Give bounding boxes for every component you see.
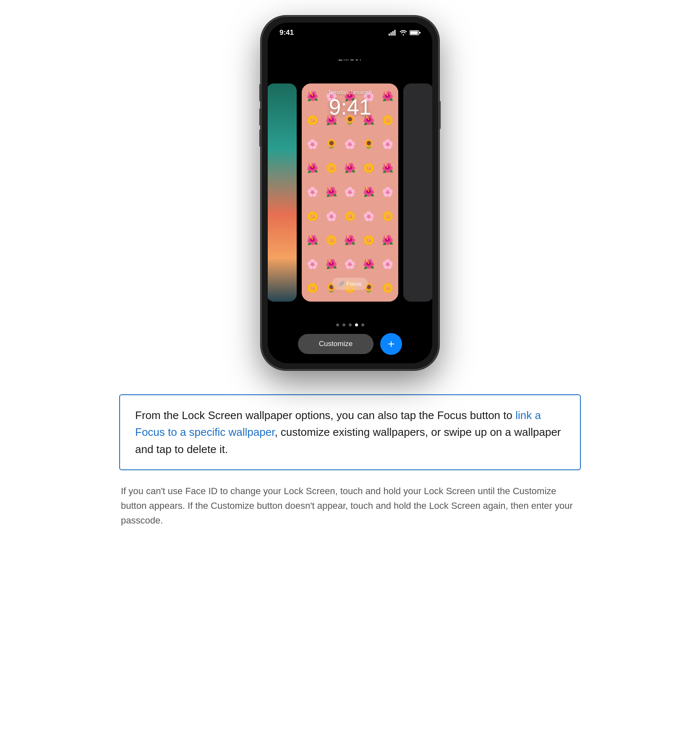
wallpaper-right-preview bbox=[403, 83, 432, 302]
lock-date: Tuesday, January 9 bbox=[307, 89, 393, 95]
flower-cell: 🌻 bbox=[322, 133, 340, 156]
wallpaper-carousel[interactable]: 🌺🌸🌺🌸🌺🌼🌺🌻🌺🌼🌸🌻🌸🌻🌸🌺🌼🌺🌼🌺🌸🌺🌸🌺🌸🌼🌸🌼🌸🌼🌺🌼🌺🌼🌺🌸🌺🌸🌺🌸… bbox=[268, 65, 432, 319]
content-area: From the Lock Screen wallpaper options, … bbox=[119, 394, 581, 528]
flower-cell: 🌻 bbox=[360, 133, 378, 156]
battery-icon bbox=[410, 30, 421, 36]
svg-rect-0 bbox=[389, 34, 390, 36]
flower-cell: 🌼 bbox=[303, 276, 321, 300]
flower-cell: 🌼 bbox=[379, 276, 397, 300]
flower-cell: 🌸 bbox=[303, 181, 321, 204]
lock-time: 9:41 bbox=[307, 95, 393, 119]
svg-rect-1 bbox=[391, 32, 392, 36]
flower-cell: 🌺 bbox=[322, 253, 340, 276]
flower-cell: 🌼 bbox=[322, 157, 340, 180]
flower-cell: 🌺 bbox=[303, 157, 321, 180]
svg-rect-6 bbox=[419, 32, 421, 34]
status-bar: 9:41 bbox=[268, 23, 432, 39]
flower-cell: 🌺 bbox=[341, 229, 359, 252]
focus-button-label: Focus bbox=[347, 281, 361, 287]
dot-1 bbox=[336, 323, 339, 326]
flower-cell: 🌸 bbox=[379, 253, 397, 276]
phone-bottom-bar: Customize + bbox=[268, 330, 432, 363]
lock-screen-overlay: Tuesday, January 9 9:41 bbox=[302, 83, 398, 119]
status-time: 9:41 bbox=[279, 29, 294, 37]
wifi-icon bbox=[400, 30, 407, 36]
phone-inner: 9:41 bbox=[268, 23, 432, 363]
flower-cell: 🌼 bbox=[322, 229, 340, 252]
flower-cell: 🌼 bbox=[303, 205, 321, 228]
flower-cell: 🌼 bbox=[360, 157, 378, 180]
flower-cell: 🌼 bbox=[360, 229, 378, 252]
highlight-text-before: From the Lock Screen wallpaper options, … bbox=[135, 409, 515, 422]
wallpaper-left-preview bbox=[268, 83, 297, 302]
flower-cell: 🌸 bbox=[341, 133, 359, 156]
svg-rect-2 bbox=[392, 31, 394, 36]
flower-cell: 🌸 bbox=[322, 205, 340, 228]
flower-cell: 🌼 bbox=[341, 205, 359, 228]
dot-3 bbox=[349, 323, 352, 326]
phone-area: 9:41 bbox=[34, 17, 666, 369]
signal-icon bbox=[389, 30, 397, 36]
flower-cell: 🌺 bbox=[341, 157, 359, 180]
dot-2 bbox=[342, 323, 345, 326]
focus-button[interactable]: 🔗 Focus bbox=[332, 278, 368, 290]
flower-cell: 🌼 bbox=[379, 205, 397, 228]
flower-cell: 🌸 bbox=[341, 253, 359, 276]
highlight-paragraph-box: From the Lock Screen wallpaper options, … bbox=[119, 394, 581, 470]
link-icon: 🔗 bbox=[339, 281, 345, 287]
svg-rect-3 bbox=[394, 30, 396, 36]
dynamic-island bbox=[324, 44, 376, 60]
flower-cell: 🌸 bbox=[303, 253, 321, 276]
flower-cell: 🌸 bbox=[360, 205, 378, 228]
wallpaper-content: 🌺🌸🌺🌸🌺🌼🌺🌻🌺🌼🌸🌻🌸🌻🌸🌺🌼🌺🌼🌺🌸🌺🌸🌺🌸🌼🌸🌼🌸🌼🌺🌼🌺🌼🌺🌸🌺🌸🌺🌸… bbox=[302, 83, 398, 302]
flower-cell: 🌸 bbox=[379, 181, 397, 204]
flower-cell: 🌸 bbox=[303, 133, 321, 156]
svg-rect-5 bbox=[410, 31, 418, 34]
dot-4-active bbox=[355, 323, 358, 326]
secondary-paragraph: If you can't use Face ID to change your … bbox=[119, 484, 581, 528]
flower-cell: 🌺 bbox=[360, 181, 378, 204]
flower-cell: 🌺 bbox=[379, 229, 397, 252]
flower-cell: 🌸 bbox=[379, 133, 397, 156]
carousel-dots bbox=[268, 319, 432, 330]
phone-shell: 9:41 bbox=[262, 17, 438, 369]
customize-button[interactable]: Customize bbox=[298, 334, 374, 354]
flower-cell: 🌺 bbox=[322, 181, 340, 204]
wallpaper-gradient-bg bbox=[268, 83, 297, 302]
flower-cell: 🌺 bbox=[360, 253, 378, 276]
dot-5 bbox=[361, 323, 364, 326]
flower-cell: 🌺 bbox=[379, 157, 397, 180]
wallpaper-active[interactable]: 🌺🌸🌺🌸🌺🌼🌺🌻🌺🌼🌸🌻🌸🌻🌸🌺🌼🌺🌼🌺🌸🌺🌸🌺🌸🌼🌸🌼🌸🌼🌺🌼🌺🌼🌺🌸🌺🌸🌺🌸… bbox=[302, 83, 398, 302]
flower-cell: 🌸 bbox=[341, 181, 359, 204]
add-wallpaper-button[interactable]: + bbox=[380, 333, 402, 355]
status-icons bbox=[389, 30, 421, 36]
flower-cell: 🌺 bbox=[303, 229, 321, 252]
